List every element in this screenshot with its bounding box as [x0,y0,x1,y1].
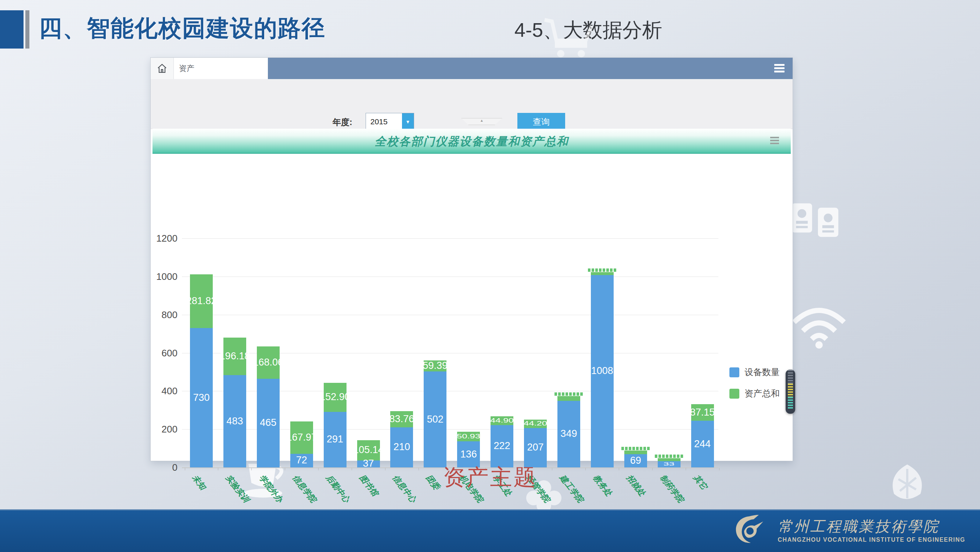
bar-value-equipment: 502 [413,414,457,425]
bar-value-equipment: 210 [380,441,424,453]
bar-value-assets: 50.93 [447,433,490,440]
query-button[interactable]: 查询 [517,113,565,131]
window-titlebar: 资产 [151,58,792,79]
bar-招就处-assets [624,450,647,454]
school-name-en: CHANGZHOU VOCATIONAL INSTITUTE OF ENGINE… [778,536,965,543]
watermark-wifi-icon [788,305,851,349]
home-button[interactable] [151,58,174,79]
year-select[interactable]: 2015 ▼ [366,113,414,131]
bar-教务处-assets [591,272,614,275]
window-menu-icon[interactable] [774,64,784,73]
legend-swatch [729,389,739,399]
slide-subtitle: 4-5、大数据分析 [514,17,662,44]
gridline-1000 [182,276,718,277]
year-select-value: 2015 [366,113,402,130]
gridline-1200 [182,238,718,239]
corner-accent-block [0,10,24,49]
bar-chart-plot: 020040060080010001200730281.82未知483196.1… [153,153,791,460]
legend-label: 设备数量 [745,366,780,378]
bar-value-assets-illegible [588,268,617,272]
school-name-cn: 常州工程職業技術學院 [778,517,965,536]
bar-value-equipment: 291 [313,434,357,445]
bar-value-equipment: 465 [246,417,290,428]
slide-background: 四、智能化校园建设的路径 4-5、大数据分析 [0,0,980,552]
bar-value-assets: 168.06 [246,357,290,368]
chart-title: 全校各部门仪器设备数量和资产总和 [153,134,791,149]
app-window: 资产 年度: 2015 ▼ 查询 ▲ 全校各部门仪器设备数量和资产总和 0200… [151,58,792,461]
chart-legend: 设备数量资产总和 [729,366,780,409]
bar-value-assets: 59.39 [413,360,457,372]
bar-制药学院-assets [658,458,681,461]
legend-item-资产总和[interactable]: 资产总和 [729,388,780,399]
bar-value-equipment: 207 [513,442,557,453]
home-icon [156,63,167,74]
bar-建工学院-assets [557,396,580,400]
section-title: 四、智能化校园建设的路径 [39,13,326,44]
y-axis-tick-label: 200 [153,424,178,435]
watermark-id-badges-icon [790,200,842,243]
legend-item-设备数量[interactable]: 设备数量 [729,366,780,378]
bar-value-assets: 152.90 [313,391,357,403]
gridline-800 [182,315,718,315]
bar-value-assets: 87.15 [681,407,725,418]
legend-swatch [729,367,739,377]
corner-accent-bar [25,10,29,49]
chart-menu-icon[interactable] [770,137,779,146]
year-label: 年度: [332,116,352,128]
bar-value-assets-illegible [555,392,583,396]
school-logo: 常州工程職業技術學院 CHANGZHOU VOCATIONAL INSTITUT… [733,514,965,546]
bar-value-assets-illegible [621,447,650,450]
y-axis-tick-label: 1000 [153,271,178,282]
bar-value-equipment: 244 [681,438,725,450]
school-logo-swoosh-icon [733,514,768,546]
bar-value-assets: 44.20 [514,420,556,427]
y-axis-tick-label: 1200 [153,233,178,244]
slide-caption: 资产主题 [0,463,980,493]
y-axis-tick-label: 600 [153,348,178,359]
bar-value-assets: 281.82 [179,295,223,307]
bar-value-equipment: 730 [179,392,223,404]
footer-bar: 常州工程職業技術學院 CHANGZHOU VOCATIONAL INSTITUT… [0,509,980,552]
legend-label: 资产总和 [745,388,780,399]
chart-panel: 全校各部门仪器设备数量和资产总和 02004006008001000120073… [153,129,791,460]
bar-value-assets-illegible [655,455,684,458]
window-edge-widget[interactable] [786,370,795,414]
tab-assets[interactable]: 资产 [174,58,268,79]
tab-label: 资产 [179,63,194,73]
bar-value-equipment: 349 [547,428,591,439]
y-axis-tick-label: 800 [153,309,178,321]
chart-header: 全校各部门仪器设备数量和资产总和 [153,129,791,154]
chevron-down-icon: ▼ [402,113,414,130]
bar-value-equipment: 1008 [580,365,624,377]
y-axis-tick-label: 400 [153,385,178,397]
